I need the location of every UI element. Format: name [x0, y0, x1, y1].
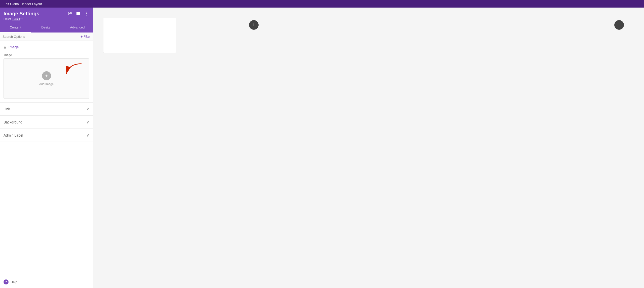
help-row: ? Help: [0, 276, 93, 288]
add-module-button-middle[interactable]: +: [249, 20, 259, 30]
filter-label: Filter: [84, 35, 90, 38]
help-label[interactable]: Help: [11, 280, 17, 284]
preset-chevron: ▾: [21, 18, 23, 20]
preset-row: Preset: Default ▾: [4, 18, 89, 20]
image-section-menu-icon[interactable]: ⋮: [85, 44, 89, 50]
sidebar-spacer: [0, 142, 93, 276]
filter-button[interactable]: + Filter: [80, 35, 90, 39]
image-subsection: Image + Add Image: [0, 53, 93, 102]
top-bar-title: Edit Global Header Layout: [4, 2, 42, 6]
image-section-header-right: ⋮: [85, 44, 89, 50]
sidebar-title-row: Image Settings: [4, 11, 89, 17]
sidebar-toggle-icon[interactable]: [75, 11, 81, 17]
sidebar-title: Image Settings: [4, 11, 39, 17]
tab-design[interactable]: Design: [31, 23, 62, 33]
top-bar: Edit Global Header Layout: [0, 0, 644, 8]
svg-rect-6: [78, 12, 80, 15]
background-section: Background ∨: [0, 116, 93, 129]
image-section-header[interactable]: ∧ Image ⋮: [0, 41, 93, 53]
admin-label-section-header[interactable]: Admin Label ∨: [0, 129, 93, 142]
main-layout: Image Settings: [0, 8, 644, 288]
image-preview-box: [103, 18, 176, 53]
tab-advanced[interactable]: Advanced: [62, 23, 93, 33]
svg-point-9: [86, 15, 87, 16]
image-chevron-up-icon: ∧: [4, 45, 7, 50]
link-section: Link ∨: [0, 103, 93, 116]
background-section-title: Background: [4, 120, 22, 124]
sidebar-title-icons: [67, 11, 89, 17]
svg-rect-1: [70, 12, 72, 13]
add-image-button[interactable]: +: [42, 71, 51, 80]
more-options-icon[interactable]: [83, 11, 89, 17]
add-image-label: Add Image: [39, 82, 54, 86]
image-field-label: Image: [4, 53, 89, 57]
help-icon: ?: [4, 279, 9, 284]
link-chevron-down-icon: ∨: [86, 107, 89, 111]
svg-rect-2: [69, 14, 70, 15]
help-icon-label: ?: [5, 280, 7, 284]
filter-plus-icon: +: [80, 35, 83, 39]
sidebar-header: Image Settings: [0, 8, 93, 23]
admin-label-section: Admin Label ∨: [0, 129, 93, 142]
canvas-area: + +: [93, 8, 644, 288]
background-section-header[interactable]: Background ∨: [0, 116, 93, 129]
search-input[interactable]: [3, 35, 80, 39]
admin-label-section-title: Admin Label: [4, 133, 23, 137]
sidebar: Image Settings: [0, 8, 93, 288]
image-section: ∧ Image ⋮ Image: [0, 41, 93, 103]
preset-value[interactable]: Default: [13, 18, 21, 20]
svg-rect-0: [69, 12, 70, 13]
expand-icon[interactable]: [67, 11, 73, 17]
add-module-button-right[interactable]: +: [614, 20, 624, 30]
image-section-header-left: ∧ Image: [4, 45, 19, 50]
svg-point-7: [86, 12, 87, 13]
tab-content[interactable]: Content: [0, 23, 31, 33]
search-filter-row: + Filter: [0, 33, 93, 41]
svg-point-8: [86, 13, 87, 14]
link-section-title: Link: [4, 107, 10, 111]
admin-label-chevron-down-icon: ∨: [86, 133, 89, 138]
background-chevron-down-icon: ∨: [86, 120, 89, 124]
link-section-header[interactable]: Link ∨: [0, 103, 93, 115]
preset-label: Preset:: [4, 18, 12, 20]
arrow-indicator: [54, 61, 84, 79]
image-section-title: Image: [9, 45, 19, 49]
tabs-row: Content Design Advanced: [0, 23, 93, 33]
image-upload-area[interactable]: + Add Image: [4, 58, 89, 99]
